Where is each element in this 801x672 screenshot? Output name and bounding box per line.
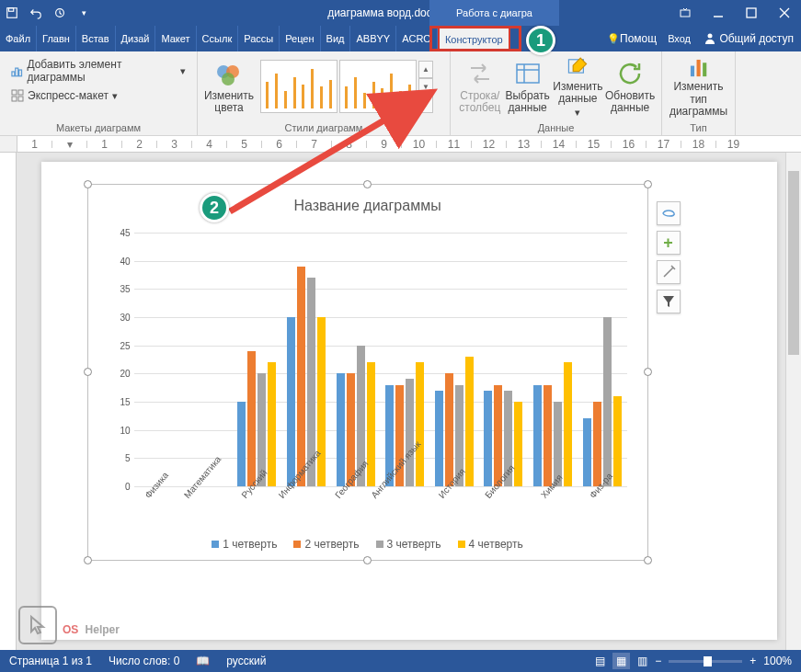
tell-me[interactable]: 💡 Помощ <box>601 26 662 51</box>
tab-layout[interactable]: Макет <box>155 26 196 51</box>
chart-floaters: + <box>657 201 681 313</box>
chart-filters-icon[interactable] <box>657 290 681 313</box>
svg-rect-10 <box>16 68 18 76</box>
gallery-down-icon[interactable]: ▼ <box>418 78 433 96</box>
chart-legend[interactable]: 1 четверть2 четверть3 четверть4 четверть <box>88 538 647 551</box>
change-chart-type-button[interactable]: Изменить тип диаграммы <box>668 55 729 118</box>
tab-insert[interactable]: Встав <box>76 26 116 51</box>
tab-constructor[interactable]: Конструктор <box>438 26 510 51</box>
tab-abbyy[interactable]: ABBYY <box>350 26 396 51</box>
resize-handle[interactable] <box>84 180 92 188</box>
select-data-button[interactable]: Выбрать данные <box>504 55 552 118</box>
add-chart-element-button[interactable]: Добавить элемент диаграммы ▾ <box>6 55 191 86</box>
watermark: OS Helper <box>18 606 120 644</box>
zoom-out-icon[interactable]: − <box>655 655 661 667</box>
maximize-icon[interactable] <box>735 0 768 26</box>
refresh-data-button[interactable]: Обновить данные <box>604 55 656 118</box>
contextual-tab-title: Работа с диагра <box>429 0 559 26</box>
switch-row-col-button[interactable]: Строка/столбец <box>456 55 504 118</box>
view-web-icon[interactable]: ▥ <box>637 655 647 667</box>
svg-rect-23 <box>690 66 693 77</box>
ruler-horizontal[interactable]: 1▾12345678910111213141516171819 <box>0 136 801 153</box>
chart-plot-area[interactable]: 051015202530354045ФизикаМатематикаРусски… <box>134 233 627 486</box>
svg-rect-19 <box>517 64 539 83</box>
style-thumb-2[interactable] <box>339 60 417 113</box>
undo-icon[interactable] <box>24 0 48 26</box>
annotation-badge-2: 2 <box>200 193 229 222</box>
minimize-icon[interactable] <box>702 0 735 26</box>
zoom-level[interactable]: 100% <box>763 655 792 667</box>
cursor-icon <box>18 606 57 644</box>
group-styles: Изменить цвета ▲ ▼ ▾ Стили диаграмм <box>198 51 451 135</box>
resize-handle[interactable] <box>84 556 92 564</box>
group-type: Изменить тип диаграммы Тип <box>662 51 736 135</box>
tab-mailings[interactable]: Рассы <box>238 26 280 51</box>
redo-icon[interactable] <box>48 0 72 26</box>
vertical-scrollbar[interactable] <box>785 153 801 650</box>
quick-layout-button[interactable]: Экспресс-макет ▾ <box>6 86 191 105</box>
svg-rect-25 <box>703 63 706 76</box>
resize-handle[interactable] <box>363 180 372 188</box>
status-lang[interactable]: русский <box>226 655 266 667</box>
resize-handle[interactable] <box>644 368 652 376</box>
tab-file[interactable]: Файл <box>0 26 37 51</box>
status-proofing-icon[interactable]: 📖 <box>196 655 210 667</box>
view-print-icon[interactable]: ▦ <box>612 653 630 669</box>
statusbar: Страница 1 из 1 Число слов: 0 📖 русский … <box>0 650 801 672</box>
titlebar: ▾ диаграмма ворд.docx - Word Работа с ди… <box>0 0 801 26</box>
change-colors-button[interactable]: Изменить цвета <box>203 59 255 114</box>
svg-rect-15 <box>18 97 23 101</box>
svg-rect-14 <box>12 97 17 101</box>
chart-styles-gallery: ▲ ▼ ▾ <box>260 60 433 113</box>
group-data: Строка/столбец Выбрать данные Изменить д… <box>451 51 662 135</box>
tab-review[interactable]: Рецен <box>280 26 320 51</box>
tab-references[interactable]: Ссылк <box>197 26 239 51</box>
annotation-badge-1: 1 <box>526 26 555 55</box>
resize-handle[interactable] <box>644 556 652 564</box>
page: Название диаграммы 051015202530354045Физ… <box>41 162 777 640</box>
layout-options-icon[interactable] <box>657 201 681 225</box>
style-thumb-1[interactable] <box>260 60 338 113</box>
svg-rect-1 <box>9 8 14 12</box>
svg-rect-3 <box>681 10 690 17</box>
resize-handle[interactable] <box>644 180 652 188</box>
gallery-spinner: ▲ ▼ ▾ <box>418 61 433 113</box>
ribbon-tabs: Файл Главн Встав Дизай Макет Ссылк Рассы… <box>0 26 801 51</box>
share-button[interactable]: Общий доступ <box>696 28 801 50</box>
chart-object[interactable]: Название диаграммы 051015202530354045Физ… <box>87 184 648 561</box>
document-area: Название диаграммы 051015202530354045Физ… <box>0 153 801 650</box>
view-read-icon[interactable]: ▤ <box>595 655 605 667</box>
group-label-styles: Стили диаграмм <box>203 120 444 133</box>
edit-data-button[interactable]: Изменить данные ▾ <box>552 55 605 118</box>
tab-home[interactable]: Главн <box>37 26 76 51</box>
status-words[interactable]: Число слов: 0 <box>109 655 179 667</box>
ruler-vertical[interactable] <box>0 153 17 650</box>
chart-elements-icon[interactable]: + <box>657 231 681 255</box>
signin[interactable]: Вход <box>662 26 696 51</box>
chart-styles-icon[interactable] <box>657 260 681 284</box>
tab-acrobat[interactable]: ACRO <box>396 26 438 51</box>
svg-rect-9 <box>12 72 15 76</box>
resize-handle[interactable] <box>84 368 92 376</box>
qat-more-icon[interactable]: ▾ <box>72 0 96 26</box>
group-label-data: Данные <box>456 120 656 133</box>
svg-rect-13 <box>18 90 23 95</box>
resize-handle[interactable] <box>363 556 372 564</box>
status-page[interactable]: Страница 1 из 1 <box>9 655 92 667</box>
gallery-up-icon[interactable]: ▲ <box>418 61 433 78</box>
zoom-in-icon[interactable]: + <box>750 655 756 667</box>
zoom-slider[interactable] <box>669 660 742 663</box>
save-icon[interactable] <box>0 0 24 26</box>
svg-point-18 <box>222 73 235 85</box>
tab-view[interactable]: Вид <box>321 26 351 51</box>
tell-me-label: Помощ <box>620 32 657 45</box>
svg-rect-12 <box>12 90 17 95</box>
group-label-type: Тип <box>668 120 729 133</box>
ribbon-options-icon[interactable] <box>669 0 702 26</box>
share-label: Общий доступ <box>719 32 794 45</box>
group-layouts: Добавить элемент диаграммы ▾ Экспресс-ма… <box>0 51 198 135</box>
chart-title[interactable]: Название диаграммы <box>88 185 647 223</box>
gallery-more-icon[interactable]: ▾ <box>418 96 433 113</box>
tab-design[interactable]: Дизай <box>116 26 156 51</box>
close-icon[interactable] <box>768 0 801 26</box>
